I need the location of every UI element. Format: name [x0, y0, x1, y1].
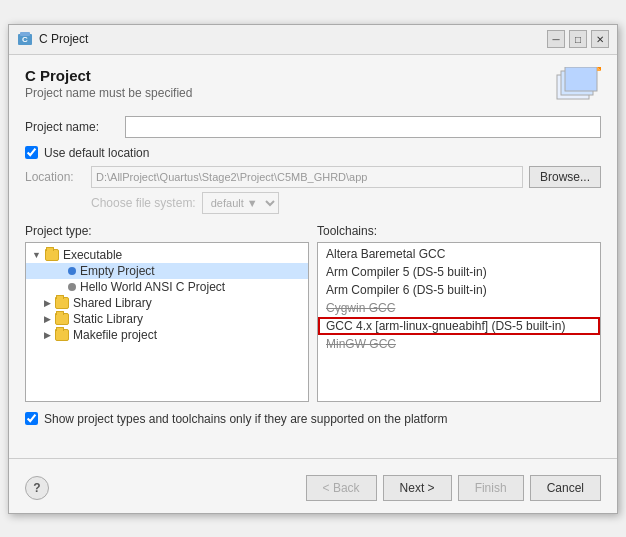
window-icon: C	[17, 31, 33, 47]
project-name-label: Project name:	[25, 120, 125, 134]
tree-label-empty-project: Empty Project	[80, 264, 155, 278]
tree-label-makefile: Makefile project	[73, 328, 157, 342]
cancel-button[interactable]: Cancel	[530, 475, 601, 501]
bullet-empty-project	[68, 267, 76, 275]
toolchains-header: Toolchains:	[317, 224, 601, 238]
chevron-executable: ▼	[32, 250, 41, 260]
tree-label-executable: Executable	[63, 248, 122, 262]
project-type-header: Project type:	[25, 224, 309, 238]
project-name-input[interactable]	[125, 116, 601, 138]
toolchains-column: Toolchains: Altera Baremetal GCC Arm Com…	[317, 224, 601, 402]
page-title: C Project	[25, 67, 192, 84]
platform-filter-label: Show project types and toolchains only i…	[44, 412, 448, 426]
divider	[9, 458, 617, 459]
project-name-row: Project name:	[25, 116, 601, 138]
folder-icon-shared	[55, 297, 69, 309]
tree-label-shared-library: Shared Library	[73, 296, 152, 310]
toolchain-gcc4x[interactable]: GCC 4.x [arm-linux-gnueabihf] (DS-5 buil…	[318, 317, 600, 335]
folder-icon-static	[55, 313, 69, 325]
tree-item-executable[interactable]: ▼ Executable	[26, 247, 308, 263]
platform-filter-checkbox[interactable]	[25, 412, 38, 425]
dialog-window: C C Project ─ □ ✕ C Project Project name…	[8, 24, 618, 514]
wizard-icon	[553, 67, 601, 110]
filesystem-label: Choose file system:	[91, 196, 196, 210]
default-location-checkbox[interactable]	[25, 146, 38, 159]
chevron-makefile: ▶	[44, 330, 51, 340]
filesystem-select[interactable]: default ▼	[202, 192, 279, 214]
svg-rect-5	[565, 67, 597, 91]
title-bar: C C Project ─ □ ✕	[9, 25, 617, 55]
bullet-hello-world	[68, 283, 76, 291]
location-row: Location: Browse...	[25, 166, 601, 188]
tree-item-static-library[interactable]: ▶ Static Library	[26, 311, 308, 327]
window-title: C Project	[39, 32, 88, 46]
page-header: C Project Project name must be specified	[25, 67, 601, 110]
close-button[interactable]: ✕	[591, 30, 609, 48]
tree-label-hello-world: Hello World ANSI C Project	[80, 280, 225, 294]
two-column-section: Project type: ▼ Executable Empty Project	[25, 224, 601, 402]
location-input[interactable]	[91, 166, 523, 188]
svg-text:C: C	[22, 35, 28, 44]
bottom-checkbox-row: Show project types and toolchains only i…	[25, 412, 601, 426]
toolchain-mingw[interactable]: MinGW GCC	[318, 335, 600, 353]
tree-item-shared-library[interactable]: ▶ Shared Library	[26, 295, 308, 311]
page-subtitle: Project name must be specified	[25, 86, 192, 100]
maximize-button[interactable]: □	[569, 30, 587, 48]
title-bar-controls: ─ □ ✕	[547, 30, 609, 48]
toolchain-arm6[interactable]: Arm Compiler 6 (DS-5 built-in)	[318, 281, 600, 299]
project-type-tree[interactable]: ▼ Executable Empty Project	[25, 242, 309, 402]
tree-item-empty-project[interactable]: Empty Project	[26, 263, 308, 279]
folder-icon-executable	[45, 249, 59, 261]
default-location-label: Use default location	[44, 146, 149, 160]
finish-button[interactable]: Finish	[458, 475, 524, 501]
toolchain-cygwin[interactable]: Cygwin GCC	[318, 299, 600, 317]
project-type-column: Project type: ▼ Executable Empty Project	[25, 224, 309, 402]
default-location-row: Use default location	[25, 146, 601, 160]
next-button[interactable]: Next >	[383, 475, 452, 501]
back-button[interactable]: < Back	[306, 475, 377, 501]
folder-icon-makefile	[55, 329, 69, 341]
browse-button[interactable]: Browse...	[529, 166, 601, 188]
toolchains-list[interactable]: Altera Baremetal GCC Arm Compiler 5 (DS-…	[317, 242, 601, 402]
help-button[interactable]: ?	[25, 476, 49, 500]
toolchain-arm5[interactable]: Arm Compiler 5 (DS-5 built-in)	[318, 263, 600, 281]
tree-item-makefile[interactable]: ▶ Makefile project	[26, 327, 308, 343]
chevron-static: ▶	[44, 314, 51, 324]
toolchain-altera[interactable]: Altera Baremetal GCC	[318, 245, 600, 263]
content-area: C Project Project name must be specified…	[9, 55, 617, 450]
chevron-shared: ▶	[44, 298, 51, 308]
title-bar-left: C C Project	[17, 31, 88, 47]
minimize-button[interactable]: ─	[547, 30, 565, 48]
button-bar: ? < Back Next > Finish Cancel	[9, 467, 617, 513]
filesystem-row: Choose file system: default ▼	[25, 192, 601, 214]
tree-label-static-library: Static Library	[73, 312, 143, 326]
tree-item-hello-world[interactable]: Hello World ANSI C Project	[26, 279, 308, 295]
location-label: Location:	[25, 170, 85, 184]
